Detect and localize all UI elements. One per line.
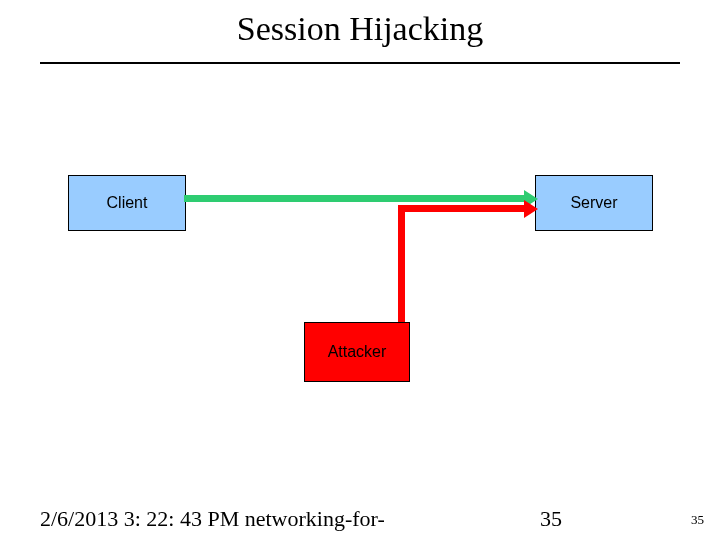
- arrow-attacker-server-vertical: [398, 210, 405, 322]
- arrow-client-server-line: [184, 195, 528, 202]
- node-client: Client: [68, 175, 186, 231]
- page-number-corner: 35: [691, 512, 704, 528]
- arrow-attacker-server-horizontal: [398, 205, 528, 212]
- footer-timestamp: 2/6/2013 3: 22: 43 PM networking-for-: [40, 506, 385, 532]
- page-number-center: 35: [540, 506, 562, 532]
- arrow-attacker-server-head: [524, 200, 538, 218]
- node-attacker: Attacker: [304, 322, 410, 382]
- slide-title: Session Hijacking: [0, 10, 720, 48]
- node-server: Server: [535, 175, 653, 231]
- title-divider: [40, 62, 680, 64]
